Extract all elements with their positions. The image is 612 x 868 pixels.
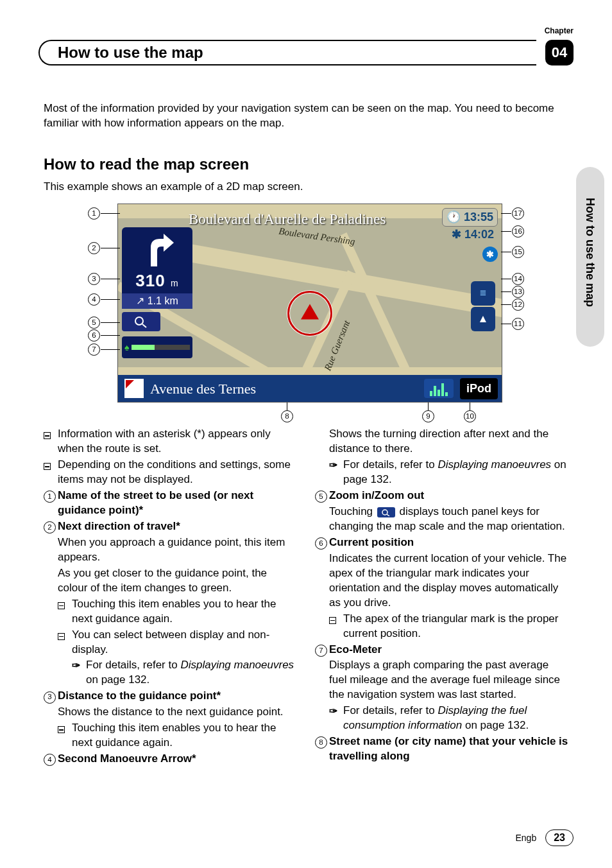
callout-11: 11 <box>512 318 524 330</box>
side-tab-label: How to use the map <box>582 198 598 307</box>
bluetooth-icon: ✱ <box>482 247 498 262</box>
page-number: 23 <box>545 829 574 846</box>
zoom-button[interactable] <box>122 312 160 331</box>
callout-7: 7 <box>88 343 100 356</box>
callout-13: 13 <box>512 286 524 298</box>
item-2-p1: When you approach a guidance point, this… <box>58 535 297 565</box>
item-2-b2: You can select between display and non-d… <box>72 628 297 657</box>
marker-3: 3 <box>44 691 56 704</box>
callout-5: 5 <box>88 317 100 329</box>
item-6-p: Indicates the current location of your v… <box>329 551 568 611</box>
callout-6: 6 <box>88 329 100 342</box>
ipod-badge: iPod <box>460 378 498 399</box>
item-3-b1: Touching this item enables you to hear t… <box>72 721 297 751</box>
map-control-2[interactable]: ▲ <box>471 307 495 331</box>
distance-to-point: 310 m <box>122 270 192 292</box>
map-control-1[interactable]: ≡ <box>471 281 495 306</box>
callout-1: 1 <box>88 207 100 220</box>
bullet-icon <box>329 617 336 624</box>
eco-meter: ♠ <box>122 336 192 358</box>
item-2-p2: As you get closer to the guidance point,… <box>58 566 297 596</box>
clock-arrival-time: ✱ 14:02 <box>448 226 498 243</box>
marker-6: 6 <box>315 537 327 550</box>
item-4-heading: Second Manoeuvre Arrow* <box>58 752 196 765</box>
reference-icon: ✑ <box>72 660 80 671</box>
chapter-title-capsule: How to use the map <box>38 40 536 65</box>
marker-5: 5 <box>315 490 327 503</box>
marker-2: 2 <box>44 521 56 534</box>
item-4-cont: Shows the turning direction after next a… <box>329 427 568 456</box>
item-2-ref: For details, refer to Displaying manoeuv… <box>86 658 297 688</box>
callout-12: 12 <box>512 299 524 311</box>
audio-eq-icon <box>424 379 454 398</box>
bullet-icon <box>44 463 51 470</box>
zoom-touch-icon <box>377 507 395 517</box>
marker-8: 8 <box>315 736 327 749</box>
svg-line-3 <box>387 514 389 516</box>
map-figure: Boulevard Pershing Rue Guersant Boulevar… <box>88 204 524 422</box>
item-6-b1: The apex of the triangular mark is the p… <box>343 612 568 641</box>
callout-8: 8 <box>281 410 293 422</box>
svg-line-1 <box>142 324 146 327</box>
item-5-p: Touching displays touch panel keys for c… <box>329 505 568 534</box>
item-5-heading: Zoom in/Zoom out <box>329 489 424 501</box>
callout-16: 16 <box>512 225 524 238</box>
callout-15: 15 <box>512 246 524 258</box>
item-7-p: Displays a graph comparing the past aver… <box>329 658 568 702</box>
item-7-ref: For details, refer to Displaying the fue… <box>343 704 568 733</box>
callout-3: 3 <box>88 273 100 285</box>
marker-7: 7 <box>315 645 327 657</box>
clock-current-time: 🕐 13:55 <box>442 208 498 226</box>
flag-icon <box>124 379 144 398</box>
bottom-bar: Avenue des Ternes iPod <box>118 375 502 402</box>
left-column: Information with an asterisk (*) appears… <box>44 427 297 768</box>
item-8-heading: Street name (or city name) that your veh… <box>329 735 568 762</box>
marker-4: 4 <box>44 754 56 766</box>
top-street-label: Boulevard d'Aurelle de Paladines <box>189 209 415 229</box>
item-6-heading: Current position <box>329 536 414 548</box>
reference-icon: ✑ <box>329 460 337 471</box>
svg-point-0 <box>135 317 143 325</box>
map-screenshot: Boulevard Pershing Rue Guersant Boulevar… <box>117 204 502 403</box>
chapter-label: Chapter <box>545 26 574 36</box>
second-distance: ↗ 1.1 km <box>122 293 192 309</box>
callout-14: 14 <box>512 273 524 285</box>
bullet-icon <box>44 432 51 439</box>
bullet-icon <box>58 726 65 733</box>
chapter-number-badge: 04 <box>545 40 574 65</box>
leaf-icon: ♠ <box>124 342 129 354</box>
item-2-heading: Next direction of travel* <box>58 520 180 532</box>
item-3-p: Shows the distance to the next guidance … <box>58 705 297 720</box>
reference-icon: ✑ <box>329 706 337 716</box>
current-street-label: Avenue des Ternes <box>150 379 424 399</box>
item-2-b1: Touching this item enables you to hear t… <box>72 597 297 627</box>
note-asterisk: Information with an asterisk (*) appears… <box>58 427 297 456</box>
section-subtext: This example shows an example of a 2D ma… <box>44 180 568 195</box>
svg-point-2 <box>382 510 387 515</box>
section-heading: How to read the map screen <box>44 154 568 175</box>
callout-10: 10 <box>464 410 476 422</box>
callout-4: 4 <box>88 293 100 306</box>
note-conditions: Depending on the conditions and settings… <box>58 458 297 487</box>
current-position-marker <box>287 291 332 336</box>
item-3-heading: Distance to the guidance point* <box>58 690 221 702</box>
item-7-heading: Eco-Meter <box>329 643 382 655</box>
page-footer: Engb 23 <box>516 829 574 846</box>
callout-9: 9 <box>422 410 434 422</box>
callout-2: 2 <box>88 242 100 254</box>
turn-arrow-icon <box>138 231 176 270</box>
side-tab: How to use the map <box>576 167 604 347</box>
item-1-heading: Name of the street to be used (or next g… <box>58 489 253 516</box>
bullet-icon <box>58 633 65 640</box>
page-title: How to use the map <box>58 42 203 63</box>
body-columns: Information with an asterisk (*) appears… <box>44 427 568 768</box>
bullet-icon <box>58 602 65 609</box>
marker-1: 1 <box>44 490 56 503</box>
right-column: Shows the turning direction after next a… <box>315 427 568 768</box>
callout-17: 17 <box>512 207 524 220</box>
intro-paragraph: Most of the information provided by your… <box>44 101 568 131</box>
footer-lang: Engb <box>516 832 537 844</box>
turn-guidance-box: 310 m ↗ 1.1 km <box>122 227 192 304</box>
item-4-ref: For details, refer to Displaying manoeuv… <box>343 458 568 487</box>
